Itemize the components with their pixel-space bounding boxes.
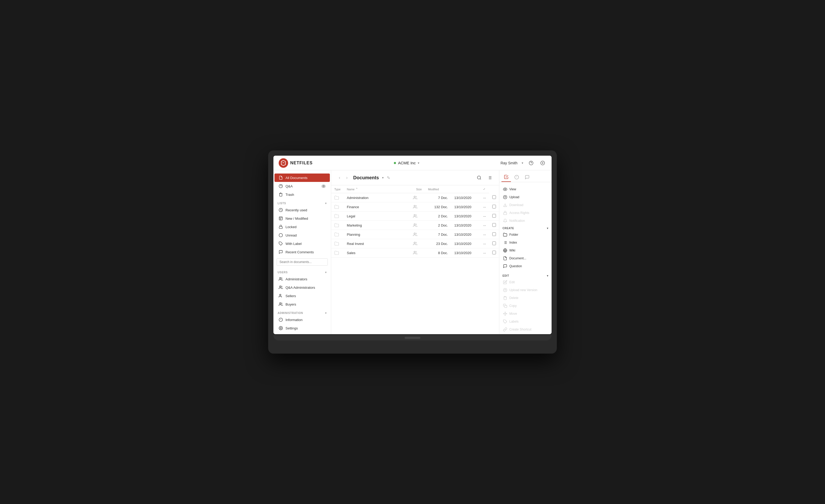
col-check: ✓ (480, 185, 489, 193)
sellers-label: Sellers (286, 294, 296, 298)
row-checkbox[interactable] (492, 232, 496, 236)
rp-item-folder[interactable]: Folder (499, 231, 551, 239)
sidebar-item-sellers[interactable]: Sellers (275, 292, 330, 300)
table-row[interactable]: Sales 8 Doc. 13/10/2020 ··· (331, 248, 499, 258)
notification-label: Notification (509, 219, 525, 223)
qa-administrators-label: Q&A Administrators (286, 286, 315, 290)
sidebar-item-locked[interactable]: Locked (275, 223, 330, 231)
table-row[interactable]: Finance 132 Doc. 13/10/2020 ··· (331, 202, 499, 212)
view-icon (503, 187, 507, 191)
rp-section-header-edit[interactable]: EDIT ▾ (499, 273, 551, 278)
sidebar-item-unread[interactable]: Unread (275, 231, 330, 239)
help-button[interactable] (527, 159, 535, 167)
row-modified: 13/10/2020 (451, 239, 480, 248)
rp-section-header-create[interactable]: CREATE ▾ (499, 226, 551, 231)
sidebar-item-qa-administrators[interactable]: Q&A Administrators (275, 283, 330, 292)
row-checkbox-cell[interactable] (489, 239, 499, 248)
svg-point-15 (280, 278, 281, 279)
sidebar-item-information[interactable]: Information (275, 315, 330, 324)
rp-item-index[interactable]: Index (499, 239, 551, 246)
edit-title-icon[interactable]: ✎ (387, 175, 390, 181)
row-size: 2 Doc. (425, 212, 451, 221)
row-checkbox-cell[interactable] (489, 230, 499, 239)
sidebar-item-new-modified[interactable]: New / Modified (275, 214, 330, 223)
table-row[interactable]: Administration 7 Doc. 13/10/2020 ··· (331, 193, 499, 202)
new-modified-icon (279, 216, 283, 220)
svg-point-13 (279, 233, 282, 237)
table-row[interactable]: Real Invest 23 Doc. 13/10/2020 ··· (331, 239, 499, 248)
logo-icon (279, 158, 288, 168)
table-row[interactable]: Planning 7 Doc. 13/10/2020 ··· (331, 230, 499, 239)
rp-item-document[interactable]: Document... (499, 255, 551, 262)
search-box[interactable] (277, 258, 328, 266)
row-shared (410, 212, 425, 221)
rp-item-notification: Notification (499, 217, 551, 225)
rp-section-edit: EDIT ▾ Edit (499, 272, 551, 334)
move-label: Move (509, 312, 517, 315)
rp-item-view[interactable]: View (499, 185, 551, 193)
row-checkbox-cell[interactable] (489, 202, 499, 212)
row-checkbox[interactable] (492, 241, 496, 245)
col-size[interactable]: Size (410, 185, 425, 193)
row-checkbox[interactable] (492, 214, 496, 218)
row-menu-button[interactable]: ··· (480, 239, 489, 248)
lists-section-header[interactable]: LISTS ▾ (274, 199, 331, 206)
row-menu-button[interactable]: ··· (480, 221, 489, 230)
company-area[interactable]: ACME Inc ▾ (394, 161, 420, 165)
row-menu-button[interactable]: ··· (480, 230, 489, 239)
edit-label: Edit (509, 280, 515, 284)
tab-info[interactable] (512, 172, 521, 182)
row-menu-button[interactable]: ··· (480, 248, 489, 258)
forward-button[interactable]: › (344, 174, 350, 181)
qa-icon (279, 184, 283, 188)
back-button[interactable]: ‹ (336, 174, 343, 181)
row-menu-button[interactable]: ··· (480, 212, 489, 221)
row-checkbox[interactable] (492, 251, 496, 255)
sidebar-item-administrators[interactable]: Administrators (275, 275, 330, 283)
row-type-icon (331, 193, 344, 202)
row-menu-button[interactable]: ··· (480, 193, 489, 202)
sidebar-item-with-label[interactable]: With Label (275, 239, 330, 248)
sidebar-item-settings[interactable]: Settings (275, 324, 330, 332)
table-row[interactable]: Marketing 2 Doc. 13/10/2020 ··· (331, 221, 499, 230)
table-row[interactable]: Legal 2 Doc. 13/10/2020 ··· (331, 212, 499, 221)
create-shortcut-icon (503, 327, 507, 332)
close-button[interactable] (539, 159, 546, 167)
row-name: Marketing (344, 221, 410, 230)
access-rights-label: Access Rights (509, 211, 529, 215)
svg-rect-56 (505, 305, 507, 308)
upload-new-version-label: Upload new Version (509, 288, 537, 292)
sidebar-item-recent-comments[interactable]: Recent Comments (275, 248, 330, 256)
view-options-button[interactable] (485, 173, 494, 182)
row-checkbox-cell[interactable] (489, 221, 499, 230)
rp-item-question[interactable]: Question (499, 262, 551, 270)
rp-item-wiki[interactable]: Wiki (499, 246, 551, 255)
sidebar-item-qa[interactable]: Q&A 0 (275, 182, 330, 190)
search-input[interactable] (280, 260, 325, 264)
row-checkbox[interactable] (492, 223, 496, 227)
users-section-header[interactable]: USERS ▾ (274, 268, 331, 275)
document-table-container: Type Name ⌃ Size (331, 185, 499, 334)
index-label: Index (509, 241, 517, 244)
sidebar-item-all-documents[interactable]: All Documents (275, 173, 330, 182)
col-name[interactable]: Name ⌃ (344, 185, 410, 193)
col-modified[interactable]: Modified (425, 185, 451, 193)
row-checkbox-cell[interactable] (489, 212, 499, 221)
row-checkbox[interactable] (492, 205, 496, 208)
row-checkbox-cell[interactable] (489, 193, 499, 202)
edit-icon (503, 280, 507, 284)
favourites-section-header[interactable]: FAVOURITES › (274, 332, 331, 334)
row-type-icon (331, 212, 344, 221)
tab-comments[interactable] (522, 172, 532, 182)
sidebar-item-buyers[interactable]: Buyers (275, 300, 330, 308)
administration-section-header[interactable]: ADMINISTRATION ▾ (274, 308, 331, 315)
search-panel-button[interactable] (475, 173, 483, 182)
rp-item-delete: Delete (499, 294, 551, 302)
row-menu-button[interactable]: ··· (480, 202, 489, 212)
row-checkbox[interactable] (492, 195, 496, 199)
sidebar-item-recently-used[interactable]: Recently used (275, 206, 330, 214)
rp-item-upload[interactable]: Upload (499, 193, 551, 201)
row-checkbox-cell[interactable] (489, 248, 499, 258)
sidebar-item-trash[interactable]: Trash (275, 190, 330, 199)
tab-actions[interactable] (502, 172, 511, 182)
